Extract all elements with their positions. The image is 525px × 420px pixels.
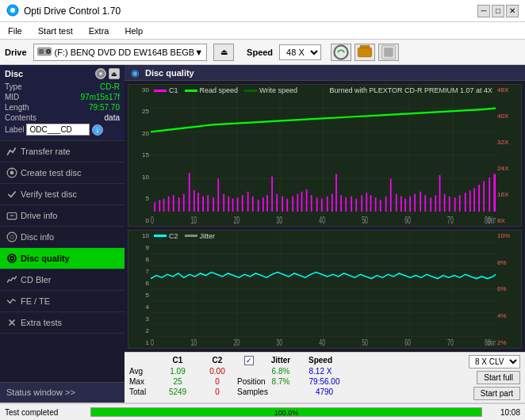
label-input[interactable] [26,124,90,136]
mid-value: 97m15s17f [81,93,120,101]
toolbar-btn-1[interactable] [331,44,351,61]
svg-rect-57 [237,197,239,212]
svg-rect-82 [361,195,362,212]
svg-text:min: min [488,215,496,225]
nav-create-test-disc[interactable]: Create test disc [0,162,125,184]
disc-info-icon [6,231,17,242]
progress-text: 100.0% [91,408,481,418]
nav-transfer-rate[interactable]: Transfer rate [0,141,125,162]
svg-rect-40 [154,202,155,212]
nav-fe-te[interactable]: FE / TE [0,291,125,312]
svg-rect-76 [331,194,333,212]
nav-drive-info[interactable]: Drive info [0,205,125,227]
drive-select[interactable]: (F:) BENQ DVD DD EW164B BEGB ▼ [33,44,208,61]
label-edit-icon[interactable]: i [92,124,103,136]
window-controls: ─ □ ✕ [477,5,519,17]
svg-rect-72 [311,195,312,212]
extra-tests-label: Extra tests [21,318,62,327]
jitter-checkbox[interactable]: ✓ [237,355,261,365]
fe-te-icon [6,296,17,307]
cd-bler-label: CD Bler [21,275,52,284]
start-full-button[interactable]: Start full [477,371,520,384]
svg-text:20: 20 [233,215,240,225]
svg-rect-7 [358,48,372,56]
svg-text:i: i [98,126,99,134]
max-jitter: 8.7% [261,377,301,386]
avg-jitter: 6.8% [261,367,301,376]
total-c2: 0 [197,388,237,396]
samples-label: Samples [237,388,261,396]
svg-rect-97 [435,195,436,212]
svg-rect-8 [360,45,369,48]
charts-container: 30 25 20 15 10 5 0 C1 [125,81,525,352]
svg-text:10: 10 [190,338,197,348]
samples-value: 4790 [301,388,348,396]
title-bar: Opti Drive Control 1.70 ─ □ ✕ [0,0,525,22]
stats-section: C1 C2 ✓ Jitter Speed Avg 1.09 0.00 6.8% [129,355,466,400]
nav-disc-quality[interactable]: Disc quality [0,248,125,269]
svg-rect-62 [262,197,264,212]
svg-rect-75 [327,197,328,212]
start-part-button[interactable]: Start part [473,387,520,400]
speed-select[interactable]: 48 X 40 X 32 X 24 X 16 X 8 X [279,44,321,60]
clv-select[interactable]: 8 X CLV 4 X CLV [469,355,520,368]
drive-info-label: Drive info [21,211,57,220]
speed-header: Speed [301,356,340,365]
svg-rect-3 [39,49,44,54]
svg-rect-92 [409,197,411,212]
toolbar-btn-2[interactable] [354,44,375,61]
avg-c1: 1.09 [158,367,197,376]
nav-cd-bler[interactable]: CD Bler [0,269,125,291]
eject-button[interactable]: ⏏ [213,44,234,61]
stats-total-row: Total 5249 0 Samples 4790 [129,388,466,396]
top-chart-y-axis-right: 48X 40X 32X 24X 16X 8X [496,85,521,226]
svg-rect-88 [390,179,392,212]
status-bar: Test completed 100.0% 10:08 [0,403,525,420]
svg-point-21 [10,235,14,239]
svg-rect-60 [252,197,254,212]
nav-disc-info[interactable]: Disc info [0,227,125,248]
disc-settings-icon[interactable] [95,68,106,79]
svg-rect-109 [493,174,496,212]
svg-text:70: 70 [447,338,454,348]
chart-title: Disc quality [145,68,194,78]
menu-extra[interactable]: Extra [84,25,114,37]
top-chart: 30 25 20 15 10 5 0 C1 [128,84,522,227]
extra-tests-icon [6,317,17,328]
svg-rect-71 [306,189,308,212]
svg-rect-105 [473,188,475,212]
svg-point-12 [99,72,102,75]
nav-extra-tests[interactable]: Extra tests [0,312,125,334]
menu-start-test[interactable]: Start test [33,25,78,37]
toolbar-btn-3[interactable] [378,44,399,61]
maximize-button[interactable]: □ [492,5,504,17]
bottom-chart-y-axis-right: 10% 8% 6% 4% 2% [496,231,521,348]
svg-text:30: 30 [276,215,282,225]
disc-panel: Disc ⏏ Type CD-R MID 97m15s17f Length 79… [0,65,125,141]
svg-point-16 [10,171,14,175]
svg-rect-66 [282,197,283,212]
svg-text:min: min [488,338,496,348]
main-layout: Disc ⏏ Type CD-R MID 97m15s17f Length 79… [0,65,525,403]
svg-rect-45 [178,197,180,212]
type-value: CD-R [100,82,120,91]
mid-label: MID [5,93,19,101]
total-c1: 5249 [158,388,197,396]
disc-eject-icon[interactable]: ⏏ [109,68,120,79]
chart-header: ◉ Disc quality [125,65,525,81]
toolbar-icons [331,44,399,61]
svg-rect-56 [232,199,234,212]
svg-rect-51 [207,195,209,212]
top-chart-legend: C1 Read speed Write speed [154,86,297,94]
minimize-button[interactable]: ─ [477,5,490,17]
bottom-chart-svg: 0 10 20 30 40 50 60 70 80 min [151,231,496,348]
menu-file[interactable]: File [3,25,27,37]
nav-verify-test-disc[interactable]: Verify test disc [0,184,125,205]
close-button[interactable]: ✕ [506,5,519,17]
label-key: Label [5,125,24,134]
avg-c2: 0.00 [197,367,237,376]
svg-text:0: 0 [151,338,154,348]
bottom-controls: C1 C2 ✓ Jitter Speed Avg 1.09 0.00 6.8% [125,352,525,403]
status-window-button[interactable]: Status window >> [0,382,125,403]
menu-help[interactable]: Help [120,25,148,37]
